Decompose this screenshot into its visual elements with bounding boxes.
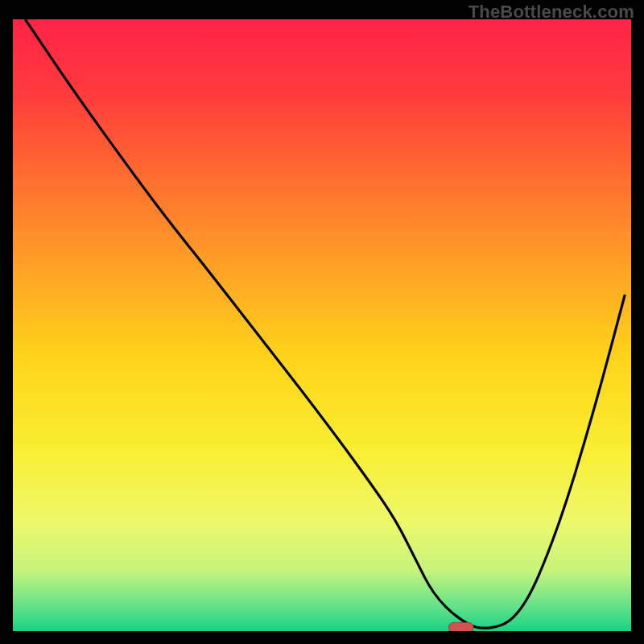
chart-frame: TheBottleneck.com	[0, 0, 644, 644]
watermark-text: TheBottleneck.com	[469, 2, 634, 23]
bottleneck-chart	[13, 19, 631, 631]
optimal-marker	[448, 622, 473, 631]
plot-area	[13, 19, 631, 631]
gradient-background	[13, 19, 631, 631]
